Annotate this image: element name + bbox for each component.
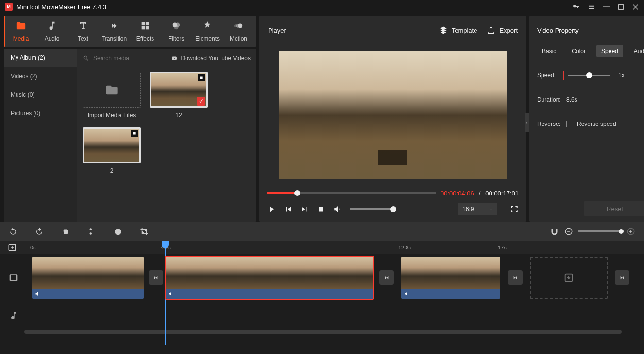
svg-rect-4 (142, 26, 145, 29)
time-current: 00:00:04:06 (441, 190, 474, 197)
app-logo: M (5, 3, 13, 11)
media-item[interactable]: 2 (83, 127, 141, 174)
delete-icon[interactable] (61, 227, 70, 236)
zoom-slider[interactable] (578, 230, 622, 232)
tab-filters[interactable]: Filters (161, 16, 192, 47)
zoom-in-icon[interactable] (627, 227, 635, 236)
transition-button[interactable] (149, 270, 163, 285)
video-track-icon (0, 273, 27, 283)
undo-icon[interactable] (9, 227, 17, 236)
zoom-out-icon[interactable] (564, 227, 573, 236)
timeline-clip[interactable] (166, 257, 373, 299)
key-icon[interactable] (572, 3, 580, 11)
tab-media[interactable]: Media (5, 16, 36, 47)
media-item[interactable]: ✓ 12 (150, 72, 208, 119)
redo-icon[interactable] (35, 227, 44, 236)
check-icon: ✓ (197, 97, 205, 106)
snap-icon[interactable] (551, 227, 559, 236)
volume-icon[interactable] (333, 205, 342, 213)
maximize-icon[interactable] (618, 4, 624, 10)
svg-rect-0 (603, 6, 610, 7)
transition-button[interactable] (508, 270, 523, 285)
sidebar-item-music[interactable]: Music (0) (4, 86, 77, 104)
audio-track-icon (0, 311, 27, 320)
tab-motion[interactable]: Motion (223, 16, 254, 47)
ruler-mark: 12.8s (398, 245, 411, 250)
reverse-option: Reverse speed (577, 121, 616, 127)
speed-label: Speed: (535, 71, 564, 80)
svg-point-11 (234, 24, 237, 27)
import-media-button[interactable]: Import Media Files (83, 72, 141, 119)
add-track-icon[interactable] (8, 243, 17, 253)
prop-tab-color[interactable]: Color (567, 45, 591, 57)
prop-tab-basic[interactable]: Basic (537, 45, 561, 57)
app-title: MiniTool MovieMaker Free 7.4.3 (17, 3, 106, 11)
speed-value: 1x (618, 72, 625, 79)
library-sidebar: My Album (2) Videos (2) Music (0) Pictur… (4, 49, 77, 222)
export-button[interactable]: Export (487, 26, 518, 35)
minimize-icon[interactable] (603, 3, 610, 10)
svg-rect-23 (16, 275, 17, 281)
template-button[interactable]: Template (439, 26, 477, 35)
property-title: Video Property (529, 16, 644, 45)
crop-icon[interactable] (140, 227, 149, 236)
timeline-ruler[interactable]: 0s 4.2s 12.8s 17s (0, 241, 644, 254)
hamburger-icon[interactable] (588, 3, 595, 11)
svg-rect-1 (619, 4, 624, 9)
duration-label: Duration: (537, 96, 566, 103)
volume-slider[interactable] (350, 208, 393, 210)
playhead[interactable] (162, 241, 169, 248)
prev-frame-icon[interactable] (284, 205, 292, 213)
svg-rect-19 (630, 230, 631, 233)
speed-slider[interactable] (568, 75, 610, 76)
timeline-clip[interactable] (32, 257, 144, 299)
svg-rect-22 (10, 275, 12, 281)
ruler-mark: 0s (30, 245, 36, 250)
tab-elements[interactable]: Elements (192, 16, 223, 47)
tab-text[interactable]: Text (68, 16, 99, 47)
stop-icon[interactable] (317, 205, 325, 213)
video-icon (131, 130, 138, 137)
timeline-clip[interactable] (401, 257, 500, 299)
prop-tab-audio[interactable]: Audio (629, 45, 644, 57)
download-youtube-link[interactable]: Download YouTube Videos (170, 55, 251, 62)
split-icon[interactable] (87, 227, 96, 236)
svg-rect-5 (146, 26, 149, 29)
time-total: 00:00:17:01 (485, 190, 519, 197)
tab-effects[interactable]: Effects (130, 16, 161, 47)
svg-rect-13 (319, 207, 323, 212)
fullscreen-icon[interactable] (510, 205, 519, 213)
ruler-mark: 17s (498, 245, 507, 250)
video-icon (198, 74, 205, 81)
prop-tab-speed[interactable]: Speed (596, 45, 623, 57)
close-icon[interactable] (632, 3, 639, 11)
preview-canvas (279, 51, 507, 179)
dropzone[interactable] (530, 257, 608, 299)
tab-transition[interactable]: Transition (99, 16, 130, 47)
next-frame-icon[interactable] (300, 205, 309, 213)
speed-icon[interactable] (114, 227, 122, 236)
sidebar-item-videos[interactable]: Videos (2) (4, 67, 77, 86)
svg-point-8 (174, 25, 178, 29)
collapse-panel-icon[interactable]: › (525, 113, 529, 132)
svg-rect-3 (146, 22, 149, 25)
transition-button[interactable] (615, 270, 629, 285)
aspect-select[interactable]: 16:9 (458, 203, 497, 215)
svg-rect-16 (567, 231, 570, 232)
transition-button[interactable] (379, 270, 394, 285)
play-icon[interactable] (267, 205, 276, 213)
svg-rect-2 (142, 22, 145, 25)
search-input[interactable] (93, 55, 167, 62)
tab-audio[interactable]: Audio (36, 16, 68, 47)
reset-button[interactable]: Reset (584, 201, 644, 216)
chevron-down-icon (489, 207, 493, 212)
reverse-checkbox[interactable] (566, 121, 573, 127)
progress-slider[interactable] (267, 192, 436, 194)
sidebar-item-myalbum[interactable]: My Album (2) (4, 49, 77, 67)
search-icon (83, 55, 89, 62)
duration-value: 8.6s (566, 96, 577, 103)
sidebar-item-pictures[interactable]: Pictures (0) (4, 104, 77, 123)
player-title: Player (268, 27, 286, 34)
reverse-label: Reverse: (537, 121, 566, 127)
